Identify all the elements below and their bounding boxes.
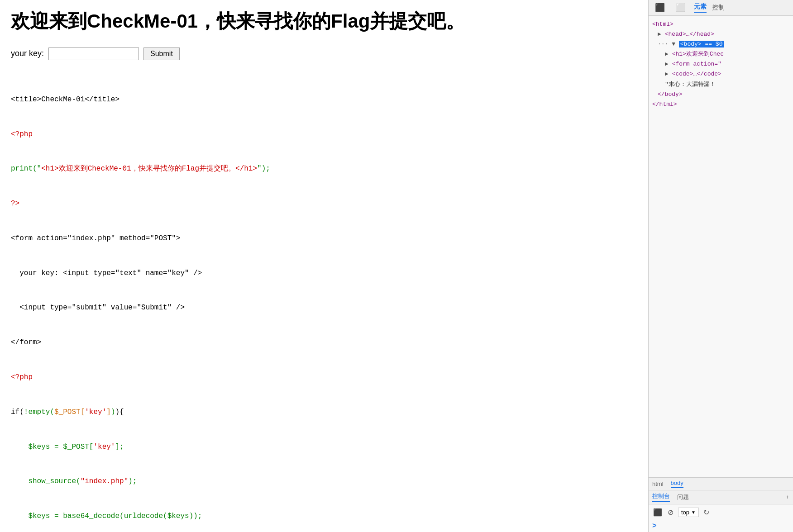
- page-title: 欢迎来到CheckMe-01，快来寻找你的Flag并提交吧。: [11, 9, 637, 34]
- code-line-12: show_source("index.php");: [11, 476, 637, 488]
- devtools-panel: ⬛ ⬜ 元素 控制 <html> ▶ <head>…</head> ··· ▼ …: [648, 0, 793, 532]
- devtools-tab-console[interactable]: 控制: [712, 4, 725, 12]
- devtools-panel-icon-1[interactable]: ⬛: [652, 2, 668, 14]
- console-top-dropdown[interactable]: top ▼: [678, 508, 699, 517]
- console-clear-button[interactable]: ⬛: [652, 507, 663, 518]
- code-line-10: if(!empty($_POST['key'])){: [11, 407, 637, 418]
- devtools-tab-issues-label[interactable]: 问题: [677, 493, 689, 501]
- code-line-06: your key: <input type="text" name="key" …: [11, 268, 637, 280]
- devtools-panel-icon-2[interactable]: ⬜: [673, 2, 688, 14]
- devtools-breadcrumb-tabs: html body: [649, 478, 793, 490]
- devtools-breadcrumb-body[interactable]: body: [671, 480, 683, 488]
- submit-button[interactable]: Submit: [143, 48, 180, 60]
- main-content: 欢迎来到CheckMe-01，快来寻找你的Flag并提交吧。 your key:…: [0, 0, 648, 532]
- source-code: <title>CheckMe-01</title> <?php print("<…: [11, 71, 637, 532]
- code-line-01: <title>CheckMe-01</title>: [11, 94, 637, 106]
- devtools-top-tabs: ⬛ ⬜ 元素 控制: [649, 0, 793, 16]
- key-form-row: your key: Submit: [11, 48, 637, 60]
- form-label: your key:: [11, 49, 44, 58]
- key-input[interactable]: [48, 48, 139, 60]
- tree-html[interactable]: <html>: [650, 19, 791, 29]
- code-line-11: $keys = $_POST['key'];: [11, 442, 637, 453]
- code-line-13: $keys = base64_decode(urldecode($keys));: [11, 511, 637, 522]
- tree-code[interactable]: ▶ <code>…</code>: [650, 69, 791, 79]
- devtools-tab-elements[interactable]: 元素: [694, 3, 707, 13]
- devtools-breadcrumb-html[interactable]: html: [652, 480, 664, 487]
- devtools-tab-console-label[interactable]: 控制台: [652, 492, 670, 502]
- devtools-console-tabs: 控制台 问题 +: [649, 490, 793, 504]
- code-line-03: print("<h1>欢迎来到CheckMe-01，快来寻找你的Flag并提交吧…: [11, 163, 637, 175]
- tree-body-selected[interactable]: ··· ▼ <body> == $0: [650, 39, 791, 49]
- console-prompt-arrow[interactable]: >: [652, 522, 657, 530]
- tree-text-node: "末心：大漏特漏！: [650, 80, 791, 90]
- devtools-prompt-row: >: [649, 520, 793, 532]
- devtools-console-toolbar: ⬛ ⊘ top ▼ ↻: [649, 504, 793, 520]
- console-ban-button[interactable]: ⊘: [667, 507, 674, 518]
- code-line-05: <form action="index.php" method="POST">: [11, 233, 637, 245]
- tree-body-close: </body>: [650, 90, 791, 100]
- code-line-04: ?>: [11, 198, 637, 210]
- console-top-label: top: [681, 509, 689, 516]
- code-line-09: <?php: [11, 372, 637, 384]
- code-line-02: <?php: [11, 129, 637, 141]
- tree-html-close: </html>: [650, 100, 791, 109]
- chevron-down-icon: ▼: [691, 510, 696, 515]
- code-line-08: </form>: [11, 337, 637, 349]
- console-refresh-button[interactable]: ↻: [702, 507, 710, 518]
- code-line-07: <input type="submit" value="Submit" />: [11, 302, 637, 314]
- tree-h1[interactable]: ▶ <h1>欢迎来到Chec: [650, 49, 791, 59]
- tree-head[interactable]: ▶ <head>…</head>: [650, 29, 791, 39]
- tree-form[interactable]: ▶ <form action=": [650, 59, 791, 69]
- devtools-dom-tree: <html> ▶ <head>…</head> ··· ▼ <body> == …: [649, 16, 793, 477]
- devtools-add-tab[interactable]: +: [786, 494, 789, 501]
